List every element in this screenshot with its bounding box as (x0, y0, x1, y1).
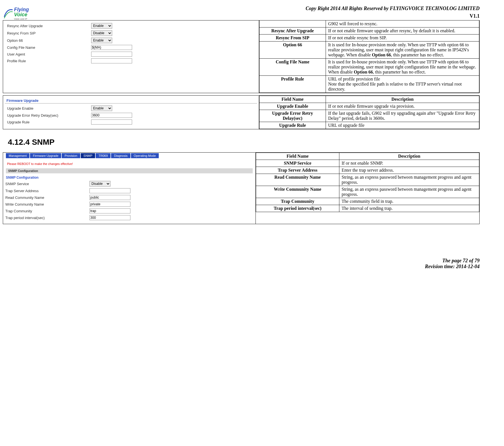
section-title: Firmware Upgrade (5, 97, 257, 104)
logo: Flying Voice Voice over IP (3, 6, 34, 22)
user-agent-input[interactable] (91, 52, 132, 57)
table-row: SNMP Service If or not enable SNMP. (256, 160, 479, 167)
upgrade-rule-input[interactable] (91, 119, 132, 125)
field-label: Resync After Upgrade (7, 24, 91, 28)
tab-bar: Management Firmware Upgrade Provision SN… (6, 153, 256, 158)
field-row: Resync After Upgrade Enable (5, 22, 257, 29)
resync-after-upgrade-select[interactable]: Enable (91, 23, 112, 29)
subsection-title: SNMP Configuration (3, 174, 256, 180)
field-row: Upgrade Rule (5, 119, 257, 125)
trap-community-input[interactable] (89, 208, 130, 213)
footer: The page 72 of 79 Revision time: 2014-12… (3, 258, 480, 270)
svg-text:Voice: Voice (14, 12, 27, 17)
field-row: Read Community Name (3, 194, 256, 201)
field-row: Write Community Name (3, 201, 256, 208)
table-row: Option 66 It is used for In-house provis… (259, 42, 479, 59)
field-label: Resync From SIP (7, 31, 91, 35)
table-row: Trap Server Address Enter the trap serve… (256, 167, 479, 174)
field-label: Profile Rule (7, 59, 91, 63)
tab-snmp[interactable]: SNMP (81, 153, 95, 158)
block-resync: Resync After Upgrade Enable Resync From … (3, 20, 480, 93)
resync-form-pane: Resync After Upgrade Enable Resync From … (3, 20, 259, 93)
field-row: SNMP Service Disable (3, 180, 256, 187)
snmp-service-select[interactable]: Disable (89, 181, 111, 187)
tab-diagnosis[interactable]: Diagnosis (111, 153, 130, 158)
field-label: Trap Community (5, 209, 89, 213)
tab-firmware-upgrade[interactable]: Firmware Upgrade (30, 153, 61, 158)
option66-select[interactable]: Enable (91, 38, 112, 43)
field-row: Trap Community (3, 208, 256, 214)
tab-operating-mode[interactable]: Operating Mode (131, 153, 159, 158)
tab-tr069[interactable]: TR069 (96, 153, 111, 158)
trap-period-input[interactable] (89, 215, 130, 220)
block-snmp: Management Firmware Upgrade Provision SN… (3, 152, 480, 224)
read-community-input[interactable] (89, 195, 130, 200)
heading-snmp: 4.12.4 SNMP (8, 138, 480, 147)
field-row: Profile Rule (5, 58, 257, 64)
field-label: Trap Server Address (5, 189, 89, 193)
config-file-name-input[interactable] (91, 45, 132, 50)
tab-provision[interactable]: Provision (62, 153, 80, 158)
table-row: Profile Rule URL of profile provision fi… (259, 76, 479, 93)
table-row: Upgrade Error Retry Delay(sec) If the la… (259, 110, 479, 122)
field-row: Trap Server Address (3, 187, 256, 194)
snmp-form-pane: Management Firmware Upgrade Provision SN… (3, 153, 256, 224)
firmware-desc-table: Field Name Description Upgrade Enable If… (259, 96, 479, 129)
field-label: Trap period interval(sec) (5, 216, 89, 220)
table-row: Config File Name It is used for In-house… (259, 59, 479, 76)
svg-text:Voice over IP: Voice over IP (14, 18, 27, 20)
resync-from-sip-select[interactable]: Disable (91, 30, 112, 36)
table-header-row: Field Name Description (256, 153, 479, 160)
field-label: Read Community Name (5, 196, 89, 200)
field-label: Write Community Name (5, 202, 89, 206)
field-label: User Agent (7, 52, 91, 56)
table-row: Resync After Upgrade If or not enable fi… (259, 27, 479, 35)
block-firmware-upgrade: Firmware Upgrade Upgrade Enable Enable U… (3, 95, 480, 129)
field-label: Upgrade Error Retry Delay(sec) (7, 113, 91, 118)
field-row: Resync From SIP Disable (5, 29, 257, 37)
field-row: Upgrade Error Retry Delay(sec) (5, 112, 257, 119)
table-row: Resync From SIP If or not enable resync … (259, 35, 479, 42)
field-label: Option 66 (7, 38, 91, 43)
tab-management[interactable]: Management (6, 153, 29, 158)
svg-text:Flying: Flying (14, 7, 29, 12)
table-row: Trap Community The community field in tr… (256, 198, 479, 205)
table-row: Trap period interval(sec) The interval o… (256, 205, 479, 212)
field-label: Upgrade Rule (7, 120, 91, 124)
table-row: Upgrade Enable If or not enable firmware… (259, 103, 479, 110)
table-row: Write Community Name String, as an expre… (256, 186, 479, 198)
upgrade-error-retry-input[interactable] (91, 113, 132, 118)
snmp-desc-table: Field Name Description SNMP Service If o… (256, 153, 479, 212)
firmware-form-pane: Firmware Upgrade Upgrade Enable Enable U… (3, 96, 259, 129)
table-row: Read Community Name String, as an expres… (256, 174, 479, 186)
resync-desc-table: G902 will forced to resync. Resync After… (259, 20, 479, 93)
field-label: Config File Name (7, 45, 91, 50)
table-header-row: Field Name Description (259, 96, 479, 103)
write-community-input[interactable] (89, 202, 130, 207)
page-number: The page 72 of 79 (3, 258, 480, 264)
field-row: Upgrade Enable Enable (5, 105, 257, 112)
trap-server-address-input[interactable] (89, 188, 130, 193)
table-row: Upgrade Rule URL of upgrade file (259, 122, 479, 129)
field-row: Trap period interval(sec) (3, 214, 256, 221)
table-row: G902 will forced to resync. (259, 20, 479, 27)
profile-rule-input[interactable] (91, 58, 132, 63)
field-row: Config File Name (5, 44, 257, 51)
revision-time: Revision time: 2014-12-04 (3, 264, 480, 270)
gray-band-title: SNMP Configuration (6, 168, 253, 173)
field-label: Upgrade Enable (7, 106, 91, 111)
copyright-text: Copy Right 2014 All Rights Reserved by F… (3, 6, 480, 12)
field-row: User Agent (5, 51, 257, 58)
upgrade-enable-select[interactable]: Enable (91, 105, 112, 111)
field-label: SNMP Service (5, 182, 89, 186)
field-row: Option 66 Enable (5, 37, 257, 44)
version-text: V1.1 (3, 13, 480, 19)
reboot-warning: Please REBOOT to make the changes effect… (3, 160, 256, 167)
